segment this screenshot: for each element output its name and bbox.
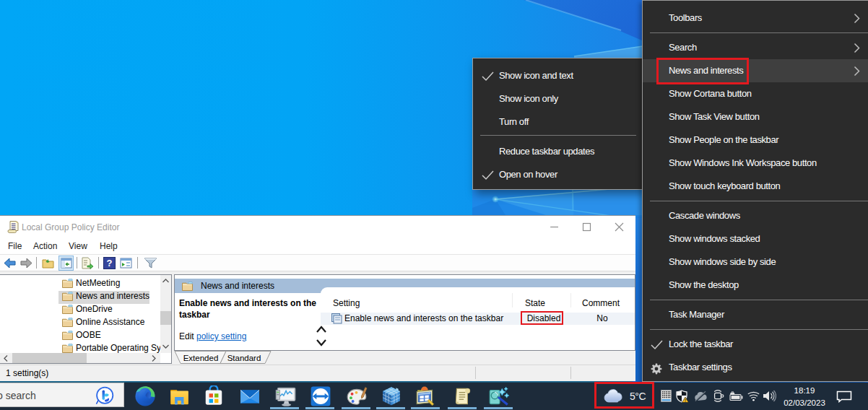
svg-text:?: ? xyxy=(107,258,113,269)
svg-text:Standard: Standard xyxy=(227,354,261,362)
svg-text:Extended: Extended xyxy=(183,354,219,362)
